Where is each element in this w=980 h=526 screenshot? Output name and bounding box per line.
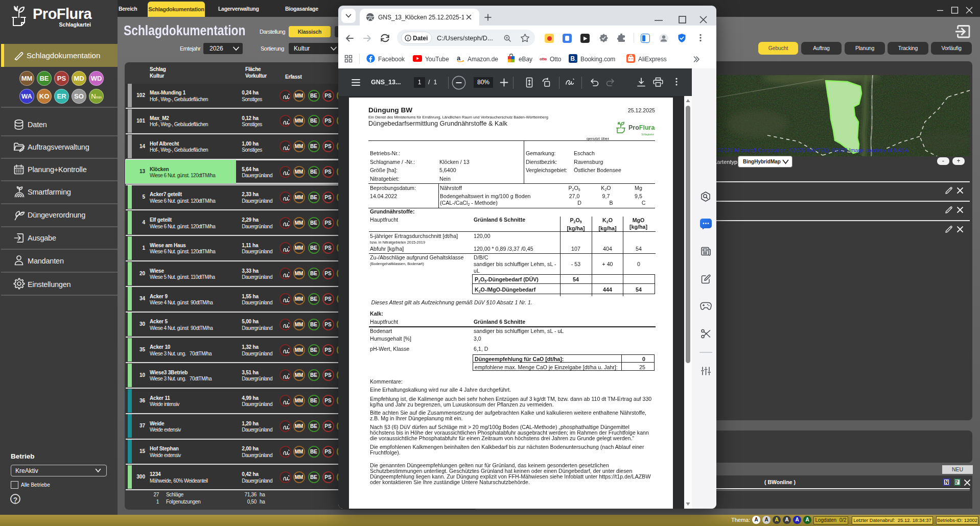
svg-text:otto: otto xyxy=(540,57,547,61)
svg-text:©2025 Microsoft Corporation,: ©2025 Microsoft Corporation, ©2025 NAVTE… xyxy=(717,147,909,153)
svg-text:B: B xyxy=(571,55,575,62)
svg-text:a: a xyxy=(457,54,461,62)
